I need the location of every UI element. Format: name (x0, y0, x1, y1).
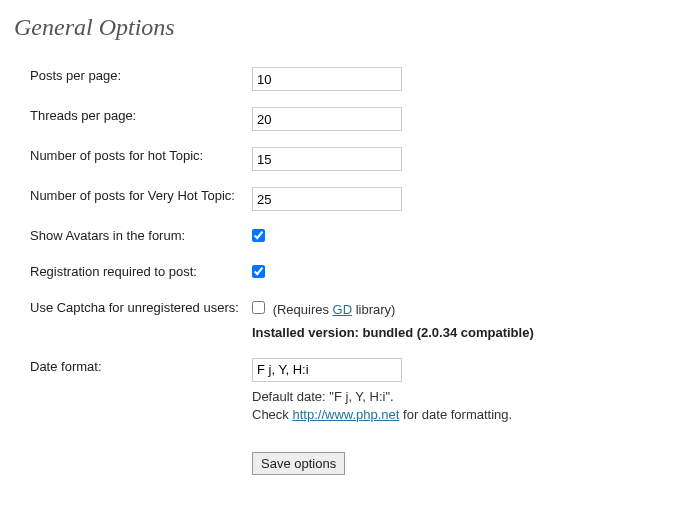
use-captcha-label: Use Captcha for unregistered users: (24, 291, 246, 349)
date-format-label: Date format: (24, 350, 246, 432)
captcha-requires-note: (Requires GD library) (273, 302, 396, 317)
use-captcha-checkbox[interactable] (252, 301, 265, 314)
show-avatars-label: Show Avatars in the forum: (24, 219, 246, 255)
posts-per-page-label: Posts per page: (24, 59, 246, 99)
very-hot-topic-label: Number of posts for Very Hot Topic: (24, 179, 246, 219)
hot-topic-label: Number of posts for hot Topic: (24, 139, 246, 179)
save-options-button[interactable]: Save options (252, 452, 345, 475)
very-hot-topic-input[interactable] (252, 187, 402, 211)
gd-link[interactable]: GD (333, 302, 353, 317)
check-prefix: Check (252, 407, 292, 422)
options-form: Posts per page: Threads per page: Number… (24, 59, 540, 483)
check-suffix: for date formatting. (399, 407, 512, 422)
requires-prefix: (Requires (273, 302, 333, 317)
php-net-link[interactable]: http://www.php.net (292, 407, 399, 422)
date-format-input[interactable] (252, 358, 402, 382)
date-format-description: Default date: "F j, Y, H:i". Check http:… (252, 388, 534, 424)
hot-topic-input[interactable] (252, 147, 402, 171)
registration-required-checkbox[interactable] (252, 265, 265, 278)
requires-suffix: library) (352, 302, 395, 317)
registration-required-label: Registration required to post: (24, 255, 246, 291)
captcha-installed-version: Installed version: bundled (2.0.34 compa… (252, 324, 534, 342)
page-title: General Options (14, 14, 675, 41)
threads-per-page-label: Threads per page: (24, 99, 246, 139)
default-date-text: Default date: "F j, Y, H:i". (252, 389, 394, 404)
posts-per-page-input[interactable] (252, 67, 402, 91)
show-avatars-checkbox[interactable] (252, 229, 265, 242)
threads-per-page-input[interactable] (252, 107, 402, 131)
